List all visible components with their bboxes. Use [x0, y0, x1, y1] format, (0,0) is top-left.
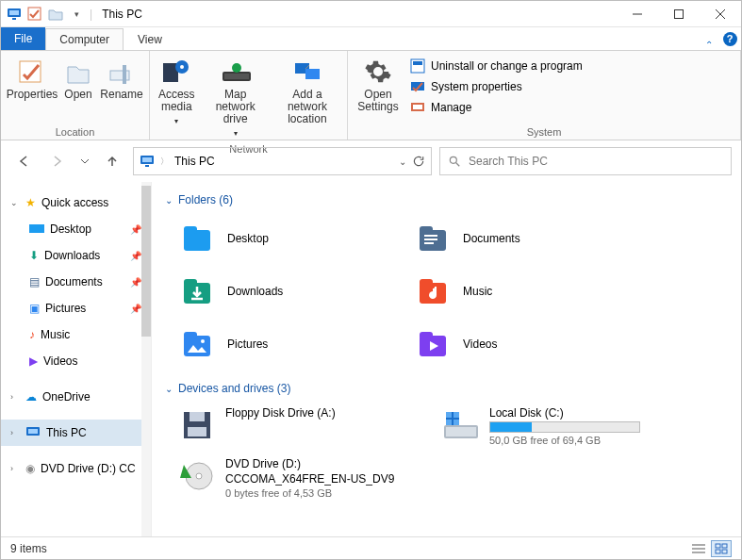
- tree-label: Music: [41, 328, 70, 341]
- maximize-button[interactable]: [658, 1, 700, 27]
- scrollbar[interactable]: [141, 182, 151, 536]
- monitor-icon: [140, 154, 155, 169]
- drive-free: 0 bytes free of 4,53 GB: [225, 487, 394, 499]
- search-input[interactable]: Search This PC: [439, 147, 732, 175]
- tree-videos[interactable]: ▶Videos: [1, 348, 151, 374]
- tab-computer[interactable]: Computer: [45, 28, 124, 50]
- access-media-button[interactable]: Access media▾: [156, 55, 198, 129]
- manage-label: Manage: [431, 101, 471, 114]
- access-media-label: Access media: [157, 89, 196, 113]
- folders-header[interactable]: ⌄Folders (6): [165, 188, 728, 212]
- svg-rect-10: [123, 65, 126, 84]
- svg-rect-46: [184, 332, 197, 339]
- address-bar[interactable]: 〉 This PC ⌄: [133, 147, 432, 175]
- svg-point-47: [201, 339, 205, 343]
- chevron-down-icon: ⌄: [165, 384, 173, 394]
- refresh-button[interactable]: [412, 155, 425, 168]
- map-drive-label: Map network drive: [204, 89, 268, 125]
- open-label: Open: [64, 89, 91, 101]
- map-drive-button[interactable]: Map network drive▾: [202, 55, 270, 141]
- up-button[interactable]: [99, 148, 125, 174]
- uninstall-button[interactable]: Uninstall or change a program: [406, 57, 586, 75]
- folder-pictures[interactable]: Pictures: [165, 318, 401, 371]
- breadcrumb[interactable]: This PC: [174, 155, 215, 168]
- qat-dropdown-icon[interactable]: ▾: [69, 7, 84, 22]
- tree-pictures[interactable]: ▣Pictures📌: [1, 295, 151, 321]
- tab-view[interactable]: View: [124, 28, 176, 50]
- svg-rect-36: [420, 226, 433, 234]
- chevron-down-icon[interactable]: ⌄: [10, 198, 20, 207]
- help-button[interactable]: ?: [718, 27, 741, 50]
- tree-downloads[interactable]: ⬇Downloads📌: [1, 242, 151, 269]
- ribbon-collapse-icon[interactable]: ⌃: [705, 40, 718, 50]
- svg-rect-21: [413, 61, 422, 65]
- folder-icon[interactable]: [48, 7, 63, 22]
- tree-onedrive[interactable]: ›☁OneDrive: [1, 384, 151, 410]
- details-view-button[interactable]: [688, 540, 709, 557]
- drive-dvd[interactable]: DVD Drive (D:) CCCOMA_X64FRE_EN-US_DV9 0…: [165, 452, 429, 504]
- properties-button[interactable]: Properties: [7, 55, 58, 103]
- pin-icon: 📌: [130, 224, 141, 235]
- drive-local[interactable]: Local Disk (C:) 50,0 GB free of 69,4 GB: [429, 401, 693, 452]
- svg-rect-32: [28, 429, 38, 434]
- close-button[interactable]: [700, 1, 741, 27]
- window-title: This PC: [98, 8, 142, 21]
- folder-label: Music: [463, 285, 492, 298]
- check-icon[interactable]: [27, 7, 42, 22]
- forward-button[interactable]: [44, 148, 71, 174]
- dvd-icon: [178, 457, 216, 495]
- folder-label: Documents: [463, 232, 520, 245]
- properties-label: Properties: [7, 89, 58, 101]
- tree-music[interactable]: ♪Music: [1, 321, 151, 348]
- open-settings-button[interactable]: Open Settings: [354, 55, 403, 115]
- floppy-icon: [178, 406, 216, 444]
- tree-desktop[interactable]: Desktop📌: [1, 216, 151, 242]
- drive-free: 50,0 GB free of 69,4 GB: [489, 435, 640, 446]
- system-properties-button[interactable]: System properties: [406, 77, 586, 96]
- tree-documents[interactable]: ▤Documents📌: [1, 269, 151, 295]
- add-location-button[interactable]: Add a network location: [273, 55, 341, 127]
- rename-button[interactable]: Rename: [99, 55, 144, 103]
- folders-title: Folders (6): [178, 193, 233, 206]
- drive-detail: CCCOMA_X64FRE_EN-US_DV9: [225, 472, 394, 486]
- download-icon: ⬇: [29, 249, 39, 262]
- drives-header[interactable]: ⌄Devices and drives (3): [165, 376, 728, 401]
- large-icons-view-button[interactable]: [711, 540, 732, 557]
- tree-this-pc[interactable]: ›This PC: [1, 420, 151, 446]
- minimize-button[interactable]: [617, 1, 658, 27]
- tab-file[interactable]: File: [1, 27, 45, 50]
- tree-dvd[interactable]: ›◉DVD Drive (D:) CC: [1, 455, 151, 482]
- manage-icon: [410, 100, 425, 115]
- chevron-right-icon[interactable]: ›: [10, 392, 20, 402]
- folder-documents[interactable]: Documents: [401, 212, 636, 265]
- videos-icon: ▶: [29, 354, 38, 368]
- folder-videos[interactable]: Videos: [401, 318, 636, 371]
- open-button[interactable]: Open: [61, 55, 95, 103]
- gear-icon: [363, 57, 393, 87]
- svg-rect-66: [722, 544, 727, 548]
- address-dropdown-icon[interactable]: ⌄: [399, 156, 406, 167]
- history-button[interactable]: [78, 148, 91, 174]
- chevron-right-icon[interactable]: ›: [10, 464, 20, 473]
- svg-rect-58: [446, 420, 452, 425]
- folder-downloads[interactable]: Downloads: [165, 265, 401, 318]
- folder-music[interactable]: Music: [401, 265, 636, 318]
- folder-icon: [178, 325, 216, 363]
- navigation-bar: 〉 This PC ⌄ Search This PC: [1, 140, 741, 182]
- svg-rect-57: [453, 412, 459, 418]
- tree-label: DVD Drive (D:) CC: [41, 462, 136, 475]
- content-area: ⌄★Quick access Desktop📌 ⬇Downloads📌 ▤Doc…: [1, 182, 741, 536]
- chevron-right-icon[interactable]: 〉: [160, 156, 169, 168]
- chevron-right-icon[interactable]: ›: [10, 428, 20, 437]
- drive-floppy[interactable]: Floppy Disk Drive (A:): [165, 401, 429, 452]
- folder-label: Downloads: [227, 285, 283, 298]
- folder-desktop[interactable]: Desktop: [165, 212, 401, 265]
- monitor-icon: [25, 425, 41, 440]
- manage-button[interactable]: Manage: [406, 98, 586, 117]
- folder-label: Pictures: [227, 338, 268, 351]
- svg-rect-34: [184, 226, 197, 234]
- tree-quick-access[interactable]: ⌄★Quick access: [1, 189, 151, 216]
- tab-strip: File Computer View ⌃ ?: [1, 27, 741, 50]
- tree-label: Downloads: [44, 249, 100, 262]
- back-button[interactable]: [10, 148, 37, 174]
